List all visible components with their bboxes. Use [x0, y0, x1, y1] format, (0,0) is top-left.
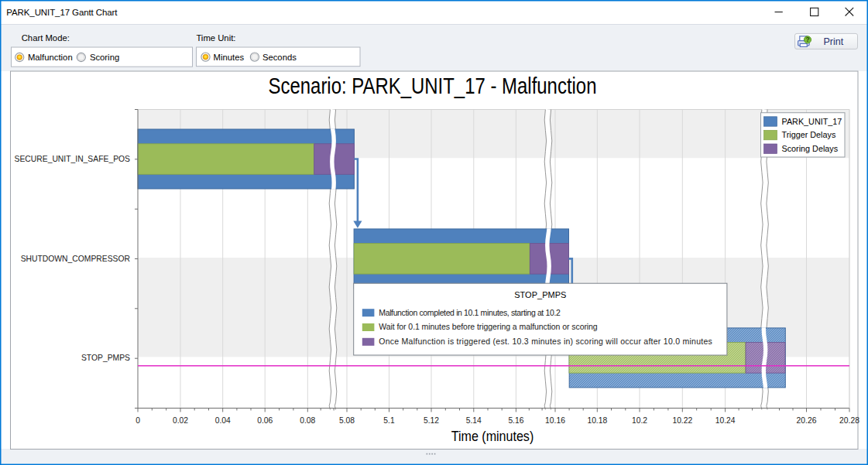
svg-text:0.06: 0.06	[257, 416, 273, 425]
svg-text:0.02: 0.02	[173, 416, 188, 425]
svg-text:5.1: 5.1	[383, 416, 395, 425]
svg-text:0: 0	[136, 416, 140, 425]
svg-text:?: ?	[805, 36, 809, 43]
svg-text:PARK_UNIT_17: PARK_UNIT_17	[782, 117, 842, 126]
svg-text:10.24: 10.24	[715, 416, 736, 425]
svg-text:Trigger Delays: Trigger Delays	[782, 130, 836, 139]
svg-text:Time Unit:: Time Unit:	[196, 33, 235, 43]
svg-text:Minutes: Minutes	[214, 53, 245, 62]
svg-text:5.16: 5.16	[508, 416, 523, 425]
svg-text:Wait for 0.1 minutes before tr: Wait for 0.1 minutes before triggering a…	[379, 322, 598, 331]
svg-text:Malfunction: Malfunction	[28, 53, 73, 62]
svg-text:STOP_PMPS: STOP_PMPS	[514, 290, 566, 299]
svg-text:SECURE_UNIT_IN_SAFE_POS: SECURE_UNIT_IN_SAFE_POS	[15, 155, 131, 163]
svg-text:Once Malfunction is triggered: Once Malfunction is triggered (est. 10.3…	[379, 337, 712, 346]
svg-text:Malfunction completed in 10.1: Malfunction completed in 10.1 minutes, s…	[379, 308, 561, 317]
svg-text:Scoring: Scoring	[90, 53, 119, 62]
svg-text:STOP_PMPS: STOP_PMPS	[81, 354, 130, 362]
svg-text:5.14: 5.14	[466, 416, 482, 425]
svg-text:Scoring Delays: Scoring Delays	[782, 144, 839, 153]
svg-text:Time (minutes): Time (minutes)	[451, 428, 534, 444]
svg-text:Chart Mode:: Chart Mode:	[22, 33, 70, 43]
svg-text:10.22: 10.22	[672, 416, 692, 425]
svg-text:10.18: 10.18	[587, 416, 607, 425]
svg-text:PARK_UNIT_17 Gantt Chart: PARK_UNIT_17 Gantt Chart	[6, 8, 118, 17]
svg-text:Scenario: PARK_UNIT_17 - Malfu: Scenario: PARK_UNIT_17 - Malfunction	[269, 73, 597, 98]
svg-text:20.26: 20.26	[797, 416, 817, 425]
svg-text:0.04: 0.04	[215, 416, 231, 425]
svg-text:20.28: 20.28	[839, 416, 859, 425]
svg-text:5.08: 5.08	[339, 416, 355, 425]
svg-text:Seconds: Seconds	[262, 53, 297, 62]
svg-text:Print: Print	[824, 36, 844, 47]
svg-text:SHUTDOWN_COMPRESSOR: SHUTDOWN_COMPRESSOR	[21, 255, 130, 263]
svg-text:0.08: 0.08	[300, 416, 315, 425]
svg-text:10.16: 10.16	[545, 416, 565, 425]
svg-text:10.2: 10.2	[632, 416, 647, 425]
svg-text:5.12: 5.12	[424, 416, 439, 425]
